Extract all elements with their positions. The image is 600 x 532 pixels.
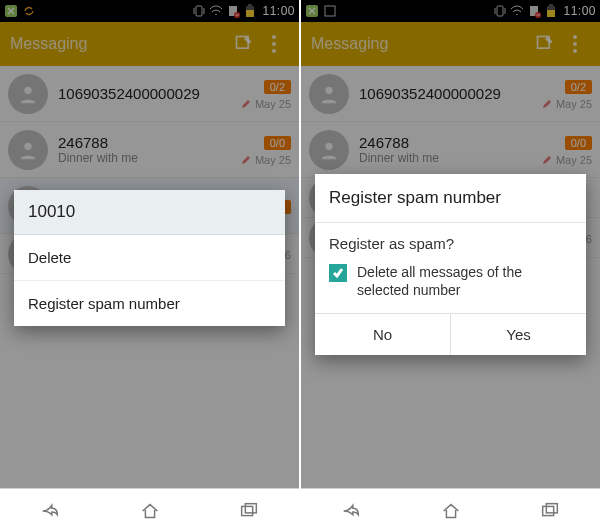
status-clock: 11:00 [262,4,295,18]
checkbox-icon[interactable] [329,264,347,282]
unread-badge: 0/0 [264,136,291,150]
conversation-date: May 25 [556,154,592,166]
unread-badge: 0/0 [565,136,592,150]
context-menu-item-delete[interactable]: Delete [14,235,285,281]
checkbox-label: Delete all messages of the selected numb… [357,264,572,299]
back-button[interactable] [0,489,100,532]
conversation-name: 246788 [359,134,542,151]
avatar-icon [8,130,48,170]
battery-icon [544,4,558,18]
battery-icon [243,4,257,18]
svg-rect-21 [549,4,553,6]
dialog-yes-button[interactable]: Yes [450,314,586,355]
action-bar: Messaging [0,22,299,66]
conversation-row[interactable]: 246788 Dinner with me 0/0 May 25 [0,122,299,178]
status-app-icon [305,4,319,18]
back-button[interactable] [301,489,401,532]
status-clock: 11:00 [563,4,596,18]
conversation-snippet: Dinner with me [359,151,542,165]
svg-rect-6 [248,4,252,6]
draft-icon [542,99,552,109]
spam-dialog: Register spam number Register as spam? D… [315,174,586,355]
svg-rect-20 [547,10,555,17]
svg-rect-12 [242,506,253,515]
dialog-message: Register as spam? [315,223,586,258]
status-app-icon [4,4,18,18]
home-button[interactable] [100,489,200,532]
conversation-date: May 25 [255,154,291,166]
conversation-name: 246788 [58,134,241,151]
phone-left: 11:00 Messaging 10690352400000029 0/2 Ma… [0,0,299,532]
conversation-row[interactable]: 10690352400000029 0/2 May 25 [0,66,299,122]
avatar-icon [8,74,48,114]
recents-button[interactable] [500,489,600,532]
no-sim-icon [226,4,240,18]
nav-bar [0,488,299,532]
draft-icon [241,99,251,109]
wifi-icon [209,4,223,18]
svg-point-8 [24,86,31,93]
svg-rect-5 [246,10,254,17]
compose-icon[interactable] [229,29,259,59]
wifi-icon [510,4,524,18]
no-sim-icon [527,4,541,18]
draft-icon [241,155,251,165]
context-menu: 10010 Delete Register spam number [14,190,285,326]
svg-rect-13 [246,503,257,512]
conversation-snippet: Dinner with me [58,151,241,165]
compose-icon[interactable] [530,29,560,59]
svg-rect-28 [547,503,558,512]
unread-badge: 0/2 [565,80,592,94]
status-sync-icon [22,4,36,18]
context-menu-header: 10010 [14,190,285,235]
overflow-icon[interactable] [560,29,590,59]
conversation-name: 10690352400000029 [359,85,542,102]
vibrate-icon [493,4,507,18]
context-menu-item-register-spam[interactable]: Register spam number [14,281,285,326]
svg-point-24 [325,142,332,149]
svg-rect-15 [325,6,335,16]
conversation-row[interactable]: 246788 Dinner with me 0/0 May 25 [301,122,600,178]
avatar-icon [309,74,349,114]
home-button[interactable] [401,489,501,532]
svg-point-9 [24,142,31,149]
conversation-date: May 25 [556,98,592,110]
svg-rect-1 [196,6,202,16]
unread-badge: 0/2 [264,80,291,94]
nav-bar [301,488,600,532]
vibrate-icon [192,4,206,18]
svg-point-23 [325,86,332,93]
action-bar: Messaging [301,22,600,66]
app-title: Messaging [10,35,229,53]
svg-rect-16 [497,6,503,16]
status-bar: 11:00 [301,0,600,22]
phone-right: 11:00 Messaging 10690352400000029 0/2 Ma… [301,0,600,532]
dialog-checkbox-row[interactable]: Delete all messages of the selected numb… [315,258,586,313]
draft-icon [542,155,552,165]
recents-button[interactable] [199,489,299,532]
screenshot-icon [323,4,337,18]
status-bar: 11:00 [0,0,299,22]
screen: 11:00 Messaging 10690352400000029 0/2 Ma… [0,0,299,532]
app-title: Messaging [311,35,530,53]
avatar-icon [309,130,349,170]
conversation-name: 10690352400000029 [58,85,241,102]
svg-rect-27 [543,506,554,515]
conversation-date: May 25 [255,98,291,110]
screen: 11:00 Messaging 10690352400000029 0/2 Ma… [301,0,600,532]
dialog-no-button[interactable]: No [315,314,450,355]
conversation-row[interactable]: 10690352400000029 0/2 May 25 [301,66,600,122]
dialog-title: Register spam number [315,174,586,223]
overflow-icon[interactable] [259,29,289,59]
